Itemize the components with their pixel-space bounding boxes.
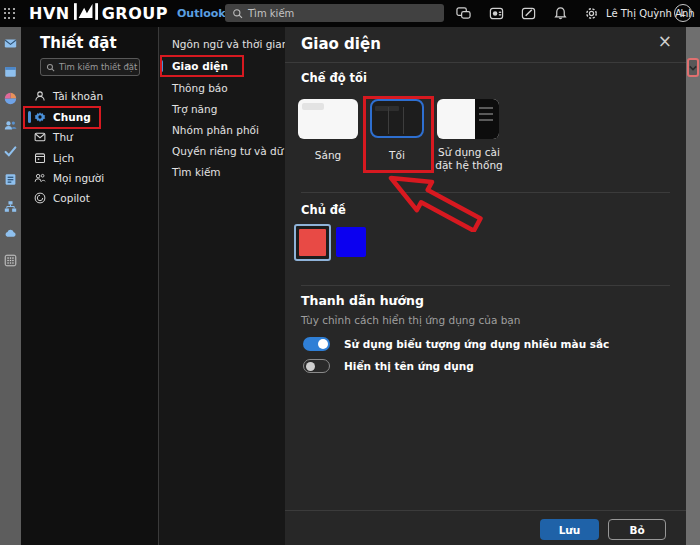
- outlook-settings-screen: HVN GROUP Outlook Tìm kiếm: [0, 0, 700, 545]
- sidebar-item-label: Tài khoản: [53, 90, 103, 102]
- mail-icon: [34, 131, 46, 143]
- page-scrollbar[interactable]: [686, 27, 700, 545]
- theme-option-label-light: Sáng: [298, 149, 358, 162]
- title-divider: [285, 62, 686, 63]
- outlook-app-name[interactable]: Outlook: [177, 7, 226, 20]
- nav-bar-subtitle: Tùy chỉnh cách hiển thị ứng dụng của bạn: [301, 314, 520, 326]
- theme-swatch-blue[interactable]: [336, 227, 366, 257]
- nav-bar-heading: Thanh dẫn hướng: [301, 293, 424, 308]
- selection-indicator: [28, 111, 31, 123]
- theme-option-system[interactable]: [437, 99, 499, 139]
- subnav-item-search[interactable]: Tìm kiếm: [159, 163, 285, 181]
- toggle-row-show-app-names: Hiển thị tên ứng dụng: [303, 359, 474, 373]
- toggle-row-colorful-icons: Sử dụng biểu tượng ứng dụng nhiều màu sắ…: [303, 337, 609, 351]
- search-icon: [46, 63, 55, 72]
- card-preview-detail: [388, 107, 389, 134]
- settings-sidebar: Thiết đặt Tìm kiếm thiết đặt Tài khoản C…: [21, 27, 159, 545]
- edit-note-icon[interactable]: [521, 6, 536, 21]
- global-search-placeholder: Tìm kiếm: [248, 8, 294, 19]
- settings-search-input[interactable]: Tìm kiếm thiết đặt: [40, 58, 140, 76]
- sidebar-item-label: Chung: [53, 111, 91, 123]
- org-chart-icon[interactable]: [4, 198, 17, 211]
- subnav-item-appearance[interactable]: Giao diện: [159, 57, 285, 75]
- sidebar-item-label: Lịch: [53, 152, 74, 164]
- footer-divider: [285, 510, 686, 511]
- microsoft-365-icon[interactable]: [4, 90, 17, 103]
- close-icon[interactable]: ×: [658, 33, 672, 50]
- logo-text-group: GROUP: [102, 4, 168, 23]
- theme-option-dark[interactable]: [370, 99, 424, 138]
- onedrive-cloud-icon[interactable]: [4, 225, 17, 238]
- sidebar-item-label: Copilot: [53, 192, 90, 204]
- card-preview-dark-half: [475, 99, 499, 139]
- settings-search-placeholder: Tìm kiếm thiết đặt: [59, 62, 137, 72]
- global-search-input[interactable]: Tìm kiếm: [225, 4, 444, 22]
- mail-icon[interactable]: [4, 35, 17, 48]
- selection-indicator: [160, 60, 163, 72]
- subnav-item-notifications[interactable]: Thông báo: [159, 79, 285, 97]
- sidebar-item-people[interactable]: Mọi người: [21, 168, 159, 188]
- toggle-on[interactable]: [303, 337, 330, 351]
- settings-gear-icon[interactable]: [584, 6, 599, 21]
- video-call-icon[interactable]: [489, 6, 504, 21]
- people-icon: [34, 172, 46, 184]
- app-rail: [0, 27, 21, 545]
- toggle-label: Hiển thị tên ứng dụng: [344, 360, 474, 372]
- swatch-color-fill: [299, 229, 326, 256]
- chat-icon[interactable]: [456, 6, 471, 21]
- person-icon: [34, 90, 46, 102]
- avatar[interactable]: L: [674, 4, 692, 22]
- theme-option-label-dark: Tối: [370, 149, 424, 162]
- settings-subnav: Ngôn ngữ và thời gian Giao diện Thông bá…: [159, 27, 285, 545]
- gear-icon: [34, 111, 46, 123]
- todo-check-icon[interactable]: [4, 143, 17, 156]
- sidebar-item-mail[interactable]: Thư: [21, 127, 159, 147]
- sidebar-item-copilot[interactable]: Copilot: [21, 188, 159, 208]
- hvn-chart-logo-icon: [74, 3, 98, 24]
- settings-title: Thiết đặt: [40, 34, 117, 52]
- toggle-label: Sử dụng biểu tượng ứng dụng nhiều màu sắ…: [344, 338, 609, 350]
- sidebar-item-label: Mọi người: [53, 172, 104, 184]
- app-launcher-icon[interactable]: [4, 8, 15, 19]
- panel-title: Giao diện: [301, 35, 381, 53]
- sidebar-item-label: Thư: [53, 131, 73, 143]
- subnav-item-accessibility[interactable]: Trợ năng: [159, 100, 285, 118]
- card-preview-detail: [403, 107, 404, 134]
- notes-icon[interactable]: [4, 171, 17, 184]
- notifications-bell-icon[interactable]: [553, 6, 568, 21]
- sidebar-item-calendar[interactable]: Lịch: [21, 148, 159, 168]
- subnav-item-language-time[interactable]: Ngôn ngữ và thời gian: [159, 35, 285, 53]
- brand-logo: HVN GROUP: [29, 0, 168, 27]
- top-bar: HVN GROUP Outlook Tìm kiếm: [0, 0, 700, 27]
- toggle-off[interactable]: [303, 359, 330, 373]
- appearance-panel: Giao diện × Chế độ tối Sáng Tối Sử dụng …: [285, 27, 686, 545]
- calendar-icon: [34, 152, 46, 164]
- theme-option-light[interactable]: [298, 99, 358, 139]
- discard-button[interactable]: Bỏ: [608, 519, 666, 540]
- copilot-icon: [34, 192, 46, 204]
- section-divider: [301, 285, 670, 286]
- theme-swatch-red-selected[interactable]: [294, 224, 331, 261]
- subnav-item-distribution-groups[interactable]: Nhóm phân phối: [159, 121, 285, 139]
- logo-text-hvn: HVN: [29, 4, 70, 23]
- dark-mode-heading: Chế độ tối: [301, 71, 367, 85]
- section-divider: [301, 192, 670, 193]
- search-icon: [232, 8, 243, 19]
- people-icon[interactable]: [4, 117, 17, 130]
- sidebar-item-accounts[interactable]: Tài khoản: [21, 86, 159, 106]
- theme-heading: Chủ đề: [301, 203, 346, 217]
- theme-option-label-system: Sử dụng cài đặt hệ thống: [431, 146, 507, 172]
- card-preview-detail: [375, 106, 399, 111]
- more-apps-icon[interactable]: [4, 252, 17, 265]
- subnav-item-privacy-data[interactable]: Quyền riêng tư và dữ liệu: [159, 142, 285, 160]
- card-preview-detail: [302, 103, 324, 110]
- save-button[interactable]: Lưu: [540, 519, 599, 540]
- sidebar-item-general[interactable]: Chung: [21, 107, 159, 127]
- scrollbar-down-icon[interactable]: [687, 58, 699, 77]
- calendar-icon[interactable]: [4, 63, 17, 76]
